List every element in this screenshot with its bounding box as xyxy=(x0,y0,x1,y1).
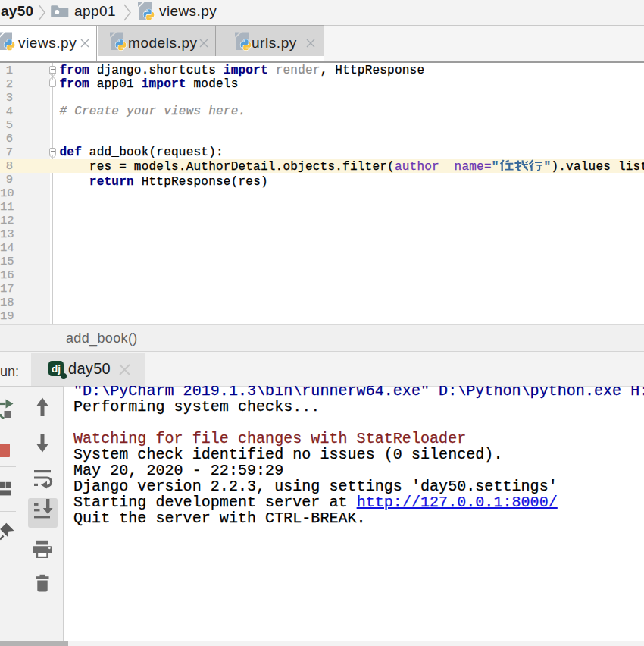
svg-text:dj: dj xyxy=(52,363,61,375)
